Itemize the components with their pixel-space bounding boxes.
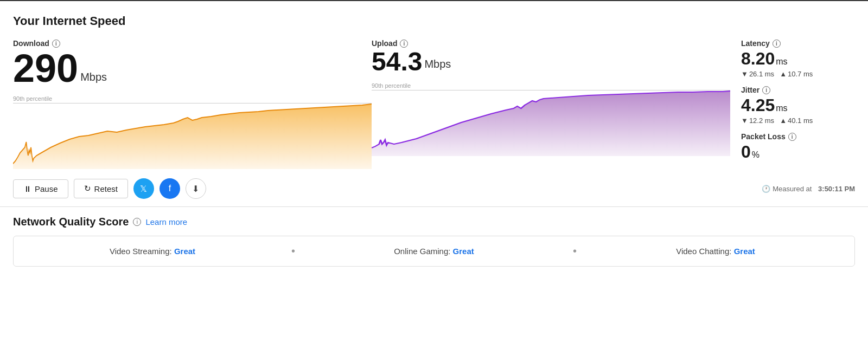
latency-up-arrow: ▲ xyxy=(780,70,787,78)
upload-unit: Mbps xyxy=(424,58,451,70)
latency-upload-sub: ▲ 10.7 ms xyxy=(780,70,813,78)
network-quality-section: Network Quality Score i Learn more Video… xyxy=(0,216,868,267)
main-container: Your Internet Speed Download i 290 Mbps … xyxy=(0,0,868,204)
packet-loss-value-row: 0% xyxy=(741,142,855,162)
latency-download-sub: ▼ 26.1 ms xyxy=(741,70,774,78)
download-chart-svg xyxy=(13,99,372,169)
twitter-icon: 𝕏 xyxy=(140,184,147,194)
upload-chart: 90th percentile xyxy=(372,80,730,156)
dot-separator-1: • xyxy=(291,245,295,257)
latency-sub: ▼ 26.1 ms ▲ 10.7 ms xyxy=(741,70,855,78)
download-section: Download i 290 Mbps 90th percentile xyxy=(13,39,372,169)
latency-value-row: 8.20ms xyxy=(741,49,855,69)
upload-info-icon[interactable]: i xyxy=(400,40,408,48)
online-gaming-item: Online Gaming: Great xyxy=(295,247,573,256)
packet-loss-info-icon[interactable]: i xyxy=(788,133,796,141)
download-unit: Mbps xyxy=(80,71,107,83)
quality-bar: Video Streaming: Great • Online Gaming: … xyxy=(13,236,855,267)
packet-loss-value: 0 xyxy=(741,142,751,161)
packet-loss-label-row: Packet Loss i xyxy=(741,132,855,141)
jitter-unit: ms xyxy=(776,103,787,113)
download-result-button[interactable]: ⬇ xyxy=(186,178,206,199)
jitter-down-arrow: ▼ xyxy=(741,116,748,125)
latency-unit: ms xyxy=(776,57,787,66)
video-chatting-item: Video Chatting: Great xyxy=(577,247,854,256)
video-streaming-label: Video Streaming: xyxy=(110,247,174,256)
latency-block: Latency i 8.20ms ▼ 26.1 ms ▲ 10.7 ms xyxy=(741,39,855,78)
latency-label-row: Latency i xyxy=(741,39,855,48)
upload-label: Upload i xyxy=(372,39,730,48)
packet-loss-block: Packet Loss i 0% xyxy=(741,132,855,162)
measured-time: 3:50:11 PM xyxy=(818,185,855,193)
download-value-row: 290 Mbps xyxy=(13,49,372,88)
jitter-block: Jitter i 4.25ms ▼ 12.2 ms ▲ 40.1 ms xyxy=(741,86,855,125)
page-title: Your Internet Speed xyxy=(13,14,855,28)
speed-row: Download i 290 Mbps 90th percentile xyxy=(13,39,855,170)
actions-row: ⏸ Pause ↻ Retest 𝕏 f ⬇ 🕐 Measured at 3:5… xyxy=(13,178,855,204)
section-divider xyxy=(0,206,868,207)
upload-number: 54.3 xyxy=(372,49,422,75)
pause-button[interactable]: ⏸ Pause xyxy=(13,179,68,198)
latency-info-icon[interactable]: i xyxy=(773,40,781,48)
jitter-info-icon[interactable]: i xyxy=(762,86,770,94)
download-area xyxy=(13,104,372,169)
latency-down-arrow: ▼ xyxy=(741,70,748,78)
upload-chart-svg xyxy=(372,86,730,156)
upload-value-row: 54.3 Mbps xyxy=(372,49,730,75)
nq-title-row: Network Quality Score i Learn more xyxy=(13,216,855,228)
jitter-label-row: Jitter i xyxy=(741,86,855,94)
twitter-button[interactable]: 𝕏 xyxy=(133,178,154,199)
pause-icon: ⏸ xyxy=(23,184,31,193)
jitter-value: 4.25 xyxy=(741,95,775,115)
download-chart: 90th percentile xyxy=(13,93,372,169)
jitter-upload-sub: ▲ 40.1 ms xyxy=(780,116,813,125)
nq-info-icon[interactable]: i xyxy=(133,218,141,226)
download-icon: ⬇ xyxy=(192,184,199,194)
download-number: 290 xyxy=(13,49,78,88)
online-gaming-label: Online Gaming: xyxy=(394,247,452,256)
clock-icon: 🕐 xyxy=(762,185,770,193)
upload-area xyxy=(372,91,730,156)
video-chatting-rating: Great xyxy=(734,247,755,256)
video-streaming-item: Video Streaming: Great xyxy=(14,247,291,256)
jitter-value-row: 4.25ms xyxy=(741,95,855,115)
packet-loss-unit: % xyxy=(752,150,760,159)
measured-at: 🕐 Measured at 3:50:11 PM xyxy=(762,185,855,193)
dot-separator-2: • xyxy=(573,245,577,257)
latency-value: 8.20 xyxy=(741,49,775,68)
video-streaming-rating: Great xyxy=(174,247,195,256)
online-gaming-rating: Great xyxy=(453,247,474,256)
jitter-sub: ▼ 12.2 ms ▲ 40.1 ms xyxy=(741,116,855,125)
nq-title: Network Quality Score xyxy=(13,216,129,228)
retest-button[interactable]: ↻ Retest xyxy=(74,179,128,198)
jitter-download-sub: ▼ 12.2 ms xyxy=(741,116,774,125)
retest-icon: ↻ xyxy=(84,184,91,193)
facebook-button[interactable]: f xyxy=(159,178,180,199)
facebook-icon: f xyxy=(169,184,171,193)
metrics-section: Latency i 8.20ms ▼ 26.1 ms ▲ 10.7 ms xyxy=(730,39,855,170)
jitter-up-arrow: ▲ xyxy=(780,116,787,125)
upload-section: Upload i 54.3 Mbps 90th percentile xyxy=(372,39,730,156)
learn-more-link[interactable]: Learn more xyxy=(145,217,187,226)
video-chatting-label: Video Chatting: xyxy=(676,247,733,256)
